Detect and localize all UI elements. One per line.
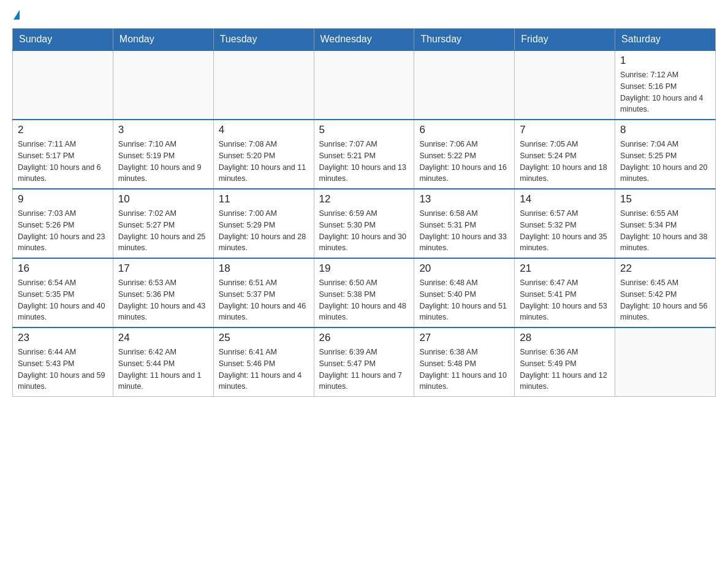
day-number: 9 — [18, 193, 108, 205]
day-number: 21 — [520, 262, 610, 275]
day-number: 22 — [620, 262, 710, 275]
calendar-cell: 3Sunrise: 7:10 AMSunset: 5:19 PMDaylight… — [113, 120, 213, 189]
calendar-cell: 6Sunrise: 7:06 AMSunset: 5:22 PMDaylight… — [414, 120, 515, 189]
day-number: 13 — [419, 193, 509, 205]
calendar-cell: 26Sunrise: 6:39 AMSunset: 5:47 PMDayligh… — [314, 327, 414, 397]
day-info: Sunrise: 6:44 AMSunset: 5:43 PMDaylight:… — [18, 347, 108, 393]
day-info: Sunrise: 6:58 AMSunset: 5:31 PMDaylight:… — [419, 208, 509, 254]
day-number: 8 — [620, 124, 710, 136]
day-of-week-header: Wednesday — [314, 29, 414, 51]
calendar-cell: 4Sunrise: 7:08 AMSunset: 5:20 PMDaylight… — [213, 120, 314, 189]
day-number: 19 — [319, 262, 409, 275]
day-number: 1 — [620, 55, 710, 67]
week-row: 23Sunrise: 6:44 AMSunset: 5:43 PMDayligh… — [13, 327, 716, 397]
day-info: Sunrise: 6:45 AMSunset: 5:42 PMDaylight:… — [620, 277, 710, 323]
day-number: 4 — [219, 124, 309, 136]
week-row: 2Sunrise: 7:11 AMSunset: 5:17 PMDaylight… — [13, 120, 716, 189]
day-number: 15 — [620, 193, 710, 205]
day-info: Sunrise: 6:51 AMSunset: 5:37 PMDaylight:… — [219, 277, 309, 323]
day-number: 26 — [319, 332, 409, 344]
calendar-cell: 11Sunrise: 7:00 AMSunset: 5:29 PMDayligh… — [213, 189, 314, 258]
day-info: Sunrise: 6:57 AMSunset: 5:32 PMDaylight:… — [520, 208, 610, 254]
calendar-cell: 20Sunrise: 6:48 AMSunset: 5:40 PMDayligh… — [414, 258, 515, 327]
calendar-cell: 7Sunrise: 7:05 AMSunset: 5:24 PMDaylight… — [515, 120, 615, 189]
day-info: Sunrise: 6:54 AMSunset: 5:35 PMDaylight:… — [18, 277, 108, 323]
day-info: Sunrise: 7:10 AMSunset: 5:19 PMDaylight:… — [118, 139, 208, 185]
calendar-cell: 1Sunrise: 7:12 AMSunset: 5:16 PMDaylight… — [615, 50, 716, 120]
day-number: 12 — [319, 193, 409, 205]
calendar-cell: 5Sunrise: 7:07 AMSunset: 5:21 PMDaylight… — [314, 120, 414, 189]
day-number: 17 — [118, 262, 208, 275]
calendar-cell: 15Sunrise: 6:55 AMSunset: 5:34 PMDayligh… — [615, 189, 716, 258]
logo — [12, 12, 20, 22]
calendar-cell: 19Sunrise: 6:50 AMSunset: 5:38 PMDayligh… — [314, 258, 414, 327]
day-number: 14 — [520, 193, 610, 205]
day-number: 5 — [319, 124, 409, 136]
week-row: 16Sunrise: 6:54 AMSunset: 5:35 PMDayligh… — [13, 258, 716, 327]
day-number: 28 — [520, 332, 610, 344]
calendar-cell — [113, 50, 213, 120]
calendar-cell — [615, 327, 716, 397]
day-info: Sunrise: 6:50 AMSunset: 5:38 PMDaylight:… — [319, 277, 409, 323]
day-info: Sunrise: 7:02 AMSunset: 5:27 PMDaylight:… — [118, 208, 208, 254]
calendar-cell: 16Sunrise: 6:54 AMSunset: 5:35 PMDayligh… — [13, 258, 113, 327]
day-info: Sunrise: 7:05 AMSunset: 5:24 PMDaylight:… — [520, 139, 610, 185]
calendar-cell: 25Sunrise: 6:41 AMSunset: 5:46 PMDayligh… — [213, 327, 314, 397]
calendar-cell: 18Sunrise: 6:51 AMSunset: 5:37 PMDayligh… — [213, 258, 314, 327]
day-number: 18 — [219, 262, 309, 275]
calendar-cell — [314, 50, 414, 120]
day-number: 10 — [118, 193, 208, 205]
day-info: Sunrise: 7:03 AMSunset: 5:26 PMDaylight:… — [18, 208, 108, 254]
day-info: Sunrise: 7:08 AMSunset: 5:20 PMDaylight:… — [219, 139, 309, 185]
day-number: 7 — [520, 124, 610, 136]
calendar-cell: 24Sunrise: 6:42 AMSunset: 5:44 PMDayligh… — [113, 327, 213, 397]
day-number: 6 — [419, 124, 509, 136]
calendar-cell: 2Sunrise: 7:11 AMSunset: 5:17 PMDaylight… — [13, 120, 113, 189]
day-info: Sunrise: 7:06 AMSunset: 5:22 PMDaylight:… — [419, 139, 509, 185]
day-info: Sunrise: 7:12 AMSunset: 5:16 PMDaylight:… — [620, 69, 710, 115]
day-info: Sunrise: 6:38 AMSunset: 5:48 PMDaylight:… — [419, 347, 509, 393]
day-of-week-header: Saturday — [615, 29, 716, 51]
week-row: 9Sunrise: 7:03 AMSunset: 5:26 PMDaylight… — [13, 189, 716, 258]
day-number: 16 — [18, 262, 108, 275]
calendar-cell: 17Sunrise: 6:53 AMSunset: 5:36 PMDayligh… — [113, 258, 213, 327]
day-info: Sunrise: 7:11 AMSunset: 5:17 PMDaylight:… — [18, 139, 108, 185]
day-info: Sunrise: 6:36 AMSunset: 5:49 PMDaylight:… — [520, 347, 610, 393]
day-info: Sunrise: 6:47 AMSunset: 5:41 PMDaylight:… — [520, 277, 610, 323]
day-info: Sunrise: 6:53 AMSunset: 5:36 PMDaylight:… — [118, 277, 208, 323]
day-info: Sunrise: 7:00 AMSunset: 5:29 PMDaylight:… — [219, 208, 309, 254]
calendar-cell: 8Sunrise: 7:04 AMSunset: 5:25 PMDaylight… — [615, 120, 716, 189]
day-info: Sunrise: 6:42 AMSunset: 5:44 PMDaylight:… — [118, 347, 208, 393]
day-number: 27 — [419, 332, 509, 344]
day-of-week-header: Monday — [113, 29, 213, 51]
calendar-cell — [213, 50, 314, 120]
calendar-cell: 10Sunrise: 7:02 AMSunset: 5:27 PMDayligh… — [113, 189, 213, 258]
day-number: 25 — [219, 332, 309, 344]
day-number: 20 — [419, 262, 509, 275]
day-info: Sunrise: 6:55 AMSunset: 5:34 PMDaylight:… — [620, 208, 710, 254]
calendar-cell: 14Sunrise: 6:57 AMSunset: 5:32 PMDayligh… — [515, 189, 615, 258]
calendar-cell — [13, 50, 113, 120]
calendar-cell: 23Sunrise: 6:44 AMSunset: 5:43 PMDayligh… — [13, 327, 113, 397]
calendar-cell: 13Sunrise: 6:58 AMSunset: 5:31 PMDayligh… — [414, 189, 515, 258]
day-number: 24 — [118, 332, 208, 344]
day-number: 11 — [219, 193, 309, 205]
day-of-week-header: Sunday — [13, 29, 113, 51]
calendar-cell — [414, 50, 515, 120]
calendar-table: SundayMondayTuesdayWednesdayThursdayFrid… — [12, 28, 716, 397]
day-of-week-header: Thursday — [414, 29, 515, 51]
calendar-cell: 27Sunrise: 6:38 AMSunset: 5:48 PMDayligh… — [414, 327, 515, 397]
calendar-cell: 9Sunrise: 7:03 AMSunset: 5:26 PMDaylight… — [13, 189, 113, 258]
day-number: 2 — [18, 124, 108, 136]
day-of-week-header: Tuesday — [213, 29, 314, 51]
day-info: Sunrise: 6:48 AMSunset: 5:40 PMDaylight:… — [419, 277, 509, 323]
page-header — [12, 12, 716, 22]
logo-triangle-icon — [13, 10, 20, 20]
day-number: 23 — [18, 332, 108, 344]
day-number: 3 — [118, 124, 208, 136]
calendar-header-row: SundayMondayTuesdayWednesdayThursdayFrid… — [13, 29, 716, 51]
calendar-cell: 22Sunrise: 6:45 AMSunset: 5:42 PMDayligh… — [615, 258, 716, 327]
day-info: Sunrise: 7:07 AMSunset: 5:21 PMDaylight:… — [319, 139, 409, 185]
calendar-cell: 21Sunrise: 6:47 AMSunset: 5:41 PMDayligh… — [515, 258, 615, 327]
day-info: Sunrise: 6:59 AMSunset: 5:30 PMDaylight:… — [319, 208, 409, 254]
